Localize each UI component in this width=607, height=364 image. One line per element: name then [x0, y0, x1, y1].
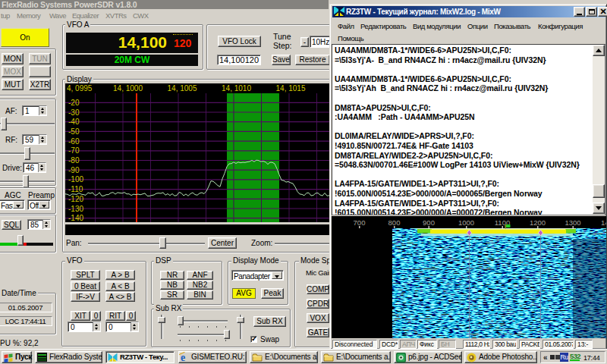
- svg-text:-100: -100: [68, 175, 83, 184]
- svg-text:4, 0995: 4, 0995: [67, 84, 93, 93]
- svg-text:-30: -30: [68, 108, 80, 117]
- svg-text:-70: -70: [68, 146, 80, 155]
- svg-text:-110: -110: [68, 185, 83, 193]
- svg-text:900: 900: [423, 218, 435, 227]
- svg-text:14, 1005: 14, 1005: [168, 84, 197, 93]
- svg-text:700: 700: [354, 218, 366, 227]
- svg-text:800: 800: [388, 218, 401, 227]
- svg-text:-50: -50: [68, 127, 80, 136]
- svg-text:-90: -90: [68, 166, 80, 174]
- svg-text:1000: 1000: [458, 218, 474, 227]
- svg-text:-120: -120: [68, 195, 83, 203]
- svg-text:-130: -130: [68, 205, 83, 213]
- svg-text:-40: -40: [68, 118, 80, 126]
- svg-text:-140: -140: [68, 214, 83, 222]
- svg-text:1200: 1200: [530, 218, 546, 227]
- svg-text:1300: 1300: [565, 218, 580, 227]
- svg-text:-20: -20: [68, 99, 80, 107]
- svg-text:14, 1010: 14, 1010: [222, 84, 251, 93]
- svg-text:14, 1000: 14, 1000: [113, 84, 143, 93]
- svg-text:14, 1015: 14, 1015: [276, 84, 306, 93]
- svg-text:-80: -80: [68, 156, 80, 165]
- svg-text:14: 14: [601, 218, 606, 227]
- svg-text:-60: -60: [68, 137, 80, 146]
